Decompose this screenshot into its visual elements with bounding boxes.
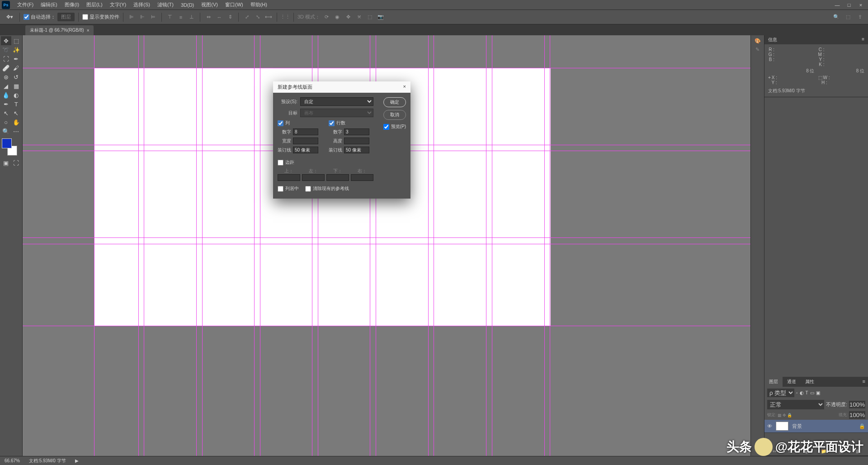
col-width-input[interactable] [293,138,318,144]
3d-zoom-icon[interactable]: ⬚ [365,13,374,22]
menu-edit[interactable]: 编辑(E) [37,0,61,9]
filter-type-icon[interactable]: T [806,390,808,395]
distribute-v-icon[interactable]: ⇕ [226,13,235,22]
row-number-input[interactable] [344,128,369,135]
3d-orbit-icon[interactable]: ⟳ [322,13,331,22]
move-tool[interactable]: ✥ [1,36,11,45]
menu-layer[interactable]: 图层(L) [83,0,106,9]
guide-horizontal[interactable] [23,244,750,244]
stamp-tool[interactable]: ⊛ [1,72,11,81]
zoom-level[interactable]: 66.67% [5,458,20,463]
eyedropper-tool[interactable]: ✒ [11,54,22,63]
align-left-icon[interactable]: ⊫ [127,13,136,22]
paragraph-panel-icon[interactable]: ✎ [755,47,760,52]
maximize-icon[interactable]: □ [844,1,854,9]
zoom-tool[interactable]: 🔍 [1,127,11,136]
col-number-input[interactable] [293,128,318,135]
preset-select[interactable]: 自定 [300,97,373,106]
guide-vertical[interactable] [434,35,434,456]
layer-thumbnail[interactable] [776,422,788,431]
align-right-icon[interactable]: ⊨ [149,13,158,22]
path-tool[interactable]: ↖ [1,109,11,118]
tab-properties[interactable]: 属性 [801,377,819,387]
dialog-close-icon[interactable]: × [403,84,406,90]
menu-image[interactable]: 图像(I) [61,0,83,9]
guide-horizontal[interactable] [23,68,750,68]
guide-horizontal[interactable] [23,326,750,326]
margin-checkbox[interactable] [278,160,283,166]
wand-tool[interactable]: ✨ [11,45,22,54]
guide-vertical[interactable] [196,35,197,456]
menu-file[interactable]: 文件(F) [14,0,37,9]
shape-tool[interactable]: ○ [1,118,11,127]
guide-vertical[interactable] [486,35,486,456]
guide-vertical[interactable] [138,35,139,456]
center-cols-checkbox[interactable] [278,186,283,192]
distribute-vc-icon[interactable]: ⤡ [253,13,262,22]
cancel-button[interactable]: 取消 [383,110,406,120]
guide-vertical[interactable] [94,35,94,456]
align-top-icon[interactable]: ⊤ [165,13,175,22]
pen-tool[interactable]: ✒ [1,100,11,109]
healing-tool[interactable]: 🩹 [1,63,11,72]
document-tab-close-icon[interactable]: × [87,28,90,33]
layers-menu-icon[interactable]: ≡ [860,377,868,387]
show-transform-input[interactable] [82,14,88,20]
lasso-tool[interactable]: ➰ [1,45,11,54]
search-icon[interactable]: 🔍 [832,13,841,22]
distribute-t-icon[interactable]: ⤢ [242,13,251,22]
3d-pan-icon[interactable]: ✥ [344,13,353,22]
lock-all-icon[interactable]: 🔒 [787,413,792,418]
guide-vertical[interactable] [550,35,550,456]
layer-filter-type[interactable]: ρ 类型 [767,389,794,397]
gradient-tool[interactable]: ▦ [11,81,22,90]
type-tool[interactable]: T [11,100,22,109]
menu-select[interactable]: 选择(S) [130,0,154,9]
visibility-icon[interactable]: 👁 [767,423,772,429]
columns-checkbox[interactable] [278,120,283,126]
auto-select-checkbox[interactable]: 自动选择： [24,14,56,20]
guide-vertical[interactable] [492,35,492,456]
show-transform-checkbox[interactable]: 显示变换控件 [82,14,119,20]
lock-position-icon[interactable]: ✥ [783,413,786,418]
align-vcenter-icon[interactable]: ≡ [176,13,185,22]
share-icon[interactable]: ⇪ [855,13,864,22]
guide-vertical[interactable] [260,35,260,456]
preview-checkbox[interactable] [383,124,389,130]
opacity-input[interactable] [849,401,865,408]
move-tool-indicator[interactable]: ✥▾ [4,14,16,20]
3d-camera-icon[interactable]: 📷 [376,13,385,22]
guide-vertical[interactable] [428,35,429,456]
guide-vertical[interactable] [254,35,255,456]
marquee-tool[interactable]: ⬚ [11,36,22,45]
col-gutter-input[interactable] [293,147,318,153]
3d-slide-icon[interactable]: ⤧ [354,13,363,22]
align-bottom-icon[interactable]: ⊥ [187,13,196,22]
filter-adjust-icon[interactable]: ◐ [800,390,804,395]
document-tab[interactable]: 未标题-1 @ 66.7%(RGB/8) × [25,25,94,35]
panel-menu-icon[interactable]: ≡ [862,37,864,43]
status-flyout-icon[interactable]: ▶ [75,458,79,463]
fill-input[interactable] [849,411,865,419]
color-panel-icon[interactable]: 🎨 [755,38,761,44]
lock-pixels-icon[interactable]: ▦ [778,413,782,418]
menu-3d[interactable]: 3D(D) [177,1,198,9]
distribute-hc-icon[interactable]: ↔ [215,13,224,22]
menu-help[interactable]: 帮助(H) [247,0,271,9]
ok-button[interactable]: 确定 [383,97,406,107]
distribute-h-icon[interactable]: ⇔ [204,13,213,22]
row-height-input[interactable] [344,138,369,144]
filter-smart-icon[interactable]: ▣ [816,390,820,395]
direct-select-tool[interactable]: ↖ [11,109,22,118]
more-align-icon[interactable]: ⋮⋮ [281,13,290,22]
color-swatches[interactable] [2,138,19,156]
guide-vertical[interactable] [144,35,144,456]
tab-layers[interactable]: 图层 [764,377,783,387]
menu-filter[interactable]: 滤镜(T) [154,0,177,9]
dodge-tool[interactable]: ◐ [11,90,22,100]
crop-tool[interactable]: ⛶ [1,54,11,63]
edit-toolbar[interactable]: ⋯ [11,127,22,136]
foreground-color-swatch[interactable] [2,138,12,148]
close-icon[interactable]: × [855,1,866,9]
target-select[interactable]: 画布 [300,109,373,117]
